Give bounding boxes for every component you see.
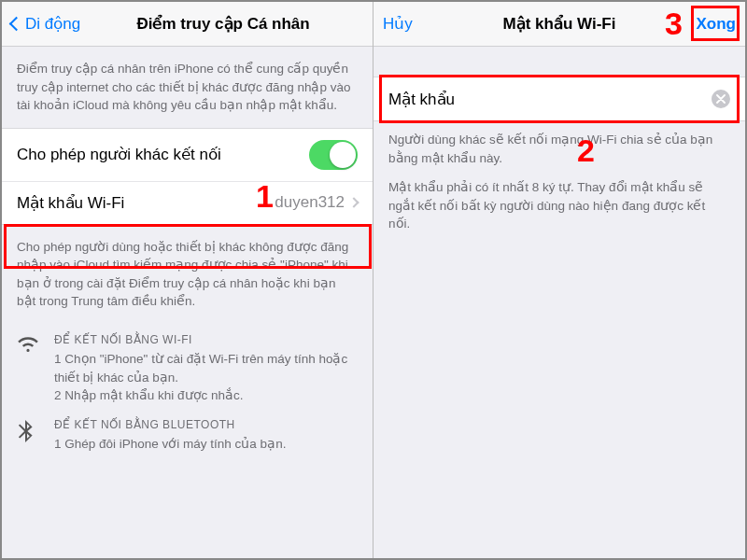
wifi-icon [17,333,41,405]
password-desc-2: Mật khẩu phải có ít nhất 8 ký tự. Thay đ… [374,173,745,246]
right-navbar: Hủy Mật khẩu Wi-Fi Xong [374,2,745,47]
left-title: Điểm truy cập Cá nhân [136,14,309,34]
done-button[interactable]: Xong [697,15,737,34]
chevron-right-icon [348,198,359,208]
hotspot-group: Cho phép người khác kết nối Mật khẩu Wi-… [2,128,373,225]
wifi-step-1: 1 Chọn "iPhone" từ cài đặt Wi-Fi trên má… [54,350,358,386]
wifi-instr-title: ĐỂ KẾT NỐI BẰNG WI-FI [54,333,358,346]
allow-others-switch[interactable] [309,140,358,170]
allow-others-label: Cho phép người khác kết nối [17,145,221,164]
clear-icon[interactable] [712,90,730,108]
left-navbar: Di động Điểm truy cập Cá nhân [2,2,373,47]
allow-desc: Cho phép người dùng hoặc thiết bị khác k… [2,225,373,324]
done-label: Xong [697,15,737,33]
right-title: Mật khẩu Wi-Fi [374,14,745,34]
password-desc-1: Người dùng khác sẽ kết nối mạng Wi-Fi ch… [374,121,745,173]
wifi-password-row[interactable]: Mật khẩu Wi-Fi duyen312 [2,181,373,224]
bt-instr-title: ĐỂ KẾT NỐI BẰNG BLUETOOTH [54,418,358,431]
wifi-instructions: ĐỂ KẾT NỐI BẰNG WI-FI 1 Chọn "iPhone" từ… [2,324,373,409]
back-label: Di động [25,14,80,34]
wifi-password-label: Mật khẩu Wi-Fi [17,193,124,213]
wifi-step-2: 2 Nhập mật khẩu khi được nhắc. [54,386,358,405]
bluetooth-instructions: ĐỂ KẾT NỐI BẰNG BLUETOOTH 1 Ghép đôi iPh… [2,409,373,457]
password-label: Mật khẩu [388,90,455,109]
back-button[interactable]: Di động [11,14,80,34]
bt-step-1: 1 Ghép đôi iPhone với máy tính của bạn. [54,435,358,454]
bluetooth-icon [17,418,41,454]
wifi-password-value: duyen312 [275,193,345,212]
password-group: Mật khẩu [374,77,745,121]
right-pane: Hủy Mật khẩu Wi-Fi Xong Mật khẩu Người d… [374,2,745,558]
cancel-button[interactable]: Hủy [383,14,413,34]
password-row[interactable]: Mật khẩu [374,77,745,120]
intro-text: Điểm truy cập cá nhân trên iPhone có thể… [2,47,373,128]
allow-others-row[interactable]: Cho phép người khác kết nối [2,129,373,181]
chevron-left-icon [9,17,24,32]
left-pane: Di động Điểm truy cập Cá nhân Điểm truy … [2,2,374,558]
cancel-label: Hủy [383,14,413,34]
